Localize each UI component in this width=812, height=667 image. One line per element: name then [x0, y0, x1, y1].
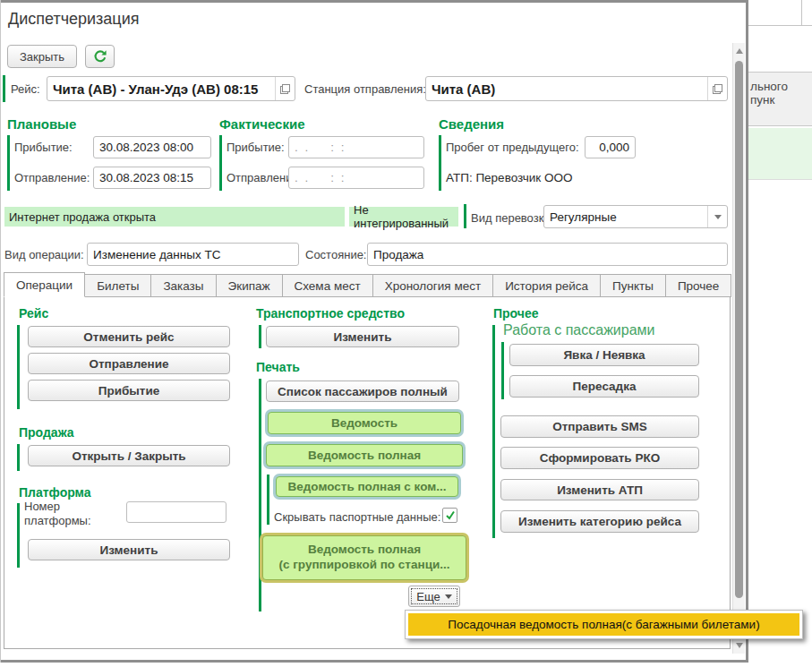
- sheet-full-button[interactable]: Ведомость полная: [266, 444, 463, 466]
- group-accent-bar: [259, 379, 261, 611]
- group-accent-bar: [17, 503, 20, 568]
- arrival-button[interactable]: Прибытие: [28, 380, 230, 401]
- tab-bar: Операции Билеты Заказы Экипаж Схема мест…: [4, 272, 731, 297]
- chevron-down-icon[interactable]: [707, 206, 727, 227]
- page-title: Диспетчеризация: [8, 10, 139, 29]
- mileage-field[interactable]: 0,000: [585, 136, 636, 158]
- dialog-border: [746, 0, 748, 663]
- group-accent-bar: [267, 475, 269, 525]
- trip-group-heading: Рейс: [19, 306, 48, 321]
- state-label: Состояние:: [305, 248, 366, 261]
- state-field[interactable]: Продажа: [367, 243, 728, 266]
- operations-tab-panel: Рейс Отменить рейс Отправление Прибытие …: [4, 296, 731, 649]
- operation-kind-field[interactable]: Изменение данных ТС: [87, 243, 299, 266]
- details-heading: Сведения: [439, 116, 504, 132]
- background-cell-border: [801, 0, 802, 25]
- change-platform-button[interactable]: Изменить: [28, 539, 230, 560]
- open-close-sale-button[interactable]: Открыть / Закрыть: [28, 445, 230, 466]
- create-rko-button[interactable]: Сформировать РКО: [500, 447, 699, 469]
- scroll-down-icon[interactable]: [736, 643, 743, 648]
- group-accent-bar: [219, 135, 222, 191]
- sheet-full-grouped-button[interactable]: Ведомость полная (с группировкой по стан…: [262, 535, 466, 580]
- platform-group-heading: Платформа: [19, 485, 91, 500]
- sale-group-heading: Продажа: [19, 425, 74, 440]
- menu-item-boarding-sheet-baggage[interactable]: Посадочная ведомость полная(с багажными …: [408, 613, 799, 636]
- mileage-label: Пробег от предыдущего:: [446, 141, 579, 154]
- refresh-button[interactable]: [85, 45, 115, 68]
- print-group-heading: Печать: [256, 360, 300, 374]
- vehicle-group-heading: Транспортное средство: [256, 306, 405, 321]
- tab-seat-map[interactable]: Схема мест: [282, 274, 373, 297]
- refresh-icon: [93, 49, 107, 64]
- planned-departure-field[interactable]: 30.08.2023 08:15: [93, 167, 211, 189]
- integration-status: Не интегрированный: [349, 207, 458, 227]
- actual-arrival-label: Прибытие:: [227, 141, 285, 154]
- platform-number-field[interactable]: [126, 501, 227, 523]
- dialog-border: [0, 660, 748, 663]
- trip-choose-icon[interactable]: [275, 77, 295, 100]
- trip-field[interactable]: Чита (АВ) - Улан-Удэ (АВ) 08:15: [47, 76, 295, 101]
- tab-misc[interactable]: Прочее: [665, 274, 731, 297]
- dispatch-dialog: Диспетчеризация Закрыть Рейс: Чита (АВ) …: [0, 0, 748, 663]
- tab-orders[interactable]: Заказы: [150, 274, 216, 297]
- hide-passport-checkbox[interactable]: [442, 508, 457, 523]
- group-accent-bar: [259, 325, 261, 348]
- close-button[interactable]: Закрыть: [7, 45, 77, 68]
- dialog-scrollbar[interactable]: [732, 43, 745, 654]
- station-choose-icon[interactable]: [707, 77, 727, 100]
- screen: льного пунк Диспетчеризация Закрыть Рейс…: [0, 0, 812, 667]
- station-field[interactable]: Чита (АВ): [425, 76, 728, 101]
- tab-tickets[interactable]: Билеты: [84, 274, 151, 297]
- change-atp-button[interactable]: Изменить АТП: [500, 479, 699, 500]
- more-button[interactable]: Еще: [408, 586, 460, 607]
- planned-arrival-label: Прибытие:: [14, 141, 73, 154]
- tab-operations[interactable]: Операции: [4, 272, 85, 297]
- trip-label: Рейс:: [11, 82, 40, 96]
- change-vehicle-button[interactable]: Изменить: [266, 326, 459, 347]
- transport-kind-combo[interactable]: Регулярные: [543, 205, 728, 228]
- group-accent-bar: [439, 135, 441, 191]
- send-sms-button[interactable]: Отправить SMS: [500, 415, 699, 438]
- trip-value: Чита (АВ) - Улан-Удэ (АВ) 08:15: [53, 81, 258, 97]
- transport-kind-label: Вид перевозки:: [471, 211, 553, 225]
- background-cell-border: [748, 25, 812, 26]
- atp-text: АТП: Перевозчик ООО: [446, 171, 572, 184]
- background-table-row: [748, 128, 812, 180]
- platform-number-label: Номер платформы:: [24, 500, 103, 528]
- actual-heading: Фактические: [219, 116, 305, 132]
- background-header-text: льного пунк: [750, 80, 788, 107]
- actual-arrival-field[interactable]: . . : :: [288, 136, 424, 158]
- other-group-heading: Прочее: [493, 306, 539, 321]
- station-value: Чита (АВ): [432, 81, 495, 97]
- dialog-border: [0, 0, 1, 663]
- planned-departure-label: Отправление:: [14, 171, 90, 184]
- sheet-button[interactable]: Ведомость: [268, 412, 461, 434]
- internet-sale-status: Интернет продажа открыта: [4, 207, 345, 227]
- check-icon: [445, 510, 456, 521]
- planned-arrival-field[interactable]: 30.08.2023 08:00: [93, 136, 211, 158]
- departure-button[interactable]: Отправление: [28, 353, 230, 374]
- tab-seat-history[interactable]: Хронология мест: [372, 274, 493, 297]
- planned-heading: Плановые: [7, 116, 76, 132]
- tab-crew[interactable]: Экипаж: [216, 274, 283, 297]
- chevron-down-icon: [445, 594, 452, 599]
- cancel-trip-button[interactable]: Отменить рейс: [28, 326, 230, 347]
- attendance-button[interactable]: Явка / Неявка: [509, 344, 699, 366]
- actual-departure-field[interactable]: . . : :: [288, 167, 424, 189]
- group-accent-bar: [3, 75, 5, 102]
- more-dropdown-menu: Посадочная ведомость полная(с багажными …: [405, 610, 803, 639]
- scroll-up-icon[interactable]: [736, 48, 743, 54]
- tab-points[interactable]: Пункты: [600, 274, 666, 297]
- tab-trip-history[interactable]: История рейса: [492, 274, 601, 297]
- dialog-border: [0, 0, 748, 3]
- scrollbar-thumb[interactable]: [735, 61, 743, 598]
- background-column-header: льного пунк: [748, 72, 812, 126]
- group-accent-bar: [492, 325, 495, 538]
- sheet-full-comment-button[interactable]: Ведомость полная с ком...: [276, 476, 458, 497]
- change-category-button[interactable]: Изменить категорию рейса: [500, 510, 699, 533]
- transfer-button[interactable]: Пересадка: [509, 375, 699, 398]
- operation-kind-label: Вид операции:: [4, 248, 84, 261]
- station-label: Станция отправления:: [304, 82, 426, 96]
- passenger-list-button[interactable]: Список пассажиров полный: [266, 381, 459, 402]
- group-accent-bar: [17, 444, 20, 471]
